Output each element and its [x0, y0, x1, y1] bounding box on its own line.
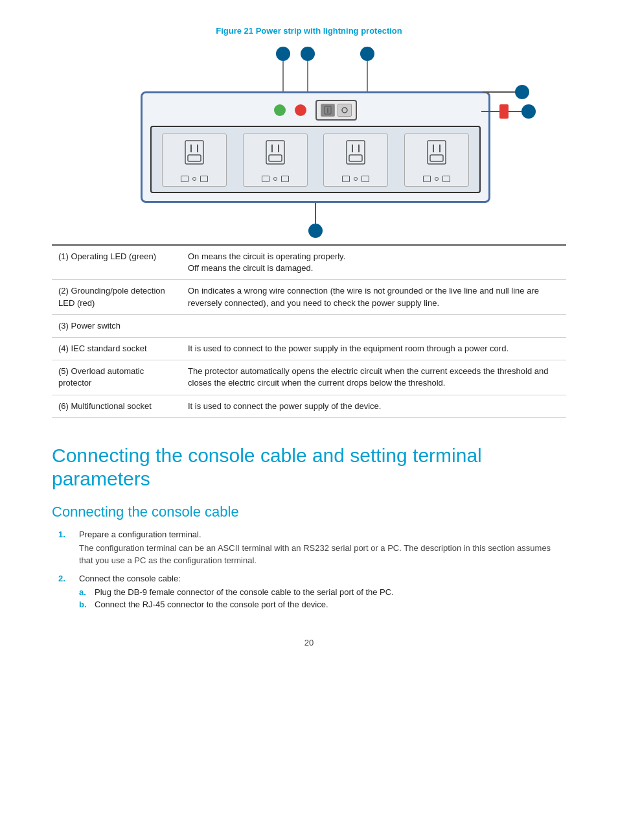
callout-line-right-1	[481, 111, 499, 112]
socket-icon-3	[343, 139, 369, 173]
ground-pin	[342, 176, 350, 182]
table-label-1: (1) Operating LED (green)	[52, 245, 181, 280]
blue-dot-right	[521, 104, 536, 119]
bottom-callout	[121, 203, 510, 238]
table-label-3: (3) Power switch	[52, 314, 181, 337]
sub-text-2-2: Connect the RJ-45 connector to the conso…	[95, 600, 328, 609]
table-row: (5) Overload automatic protectorThe prot…	[52, 360, 566, 395]
table-row: (6) Multifunctional socketIt is used to …	[52, 395, 566, 417]
right-callout	[481, 104, 536, 119]
svg-rect-16	[269, 155, 282, 161]
svg-point-1	[301, 47, 315, 61]
step-1: 1.Prepare a configuration terminal.The c…	[58, 530, 566, 567]
table-desc-4: It is used to connect to the power suppl…	[181, 337, 566, 360]
steps-list: 1.Prepare a configuration terminal.The c…	[58, 530, 566, 612]
socket-2	[243, 134, 308, 187]
socket-panel	[150, 126, 481, 193]
ground-pin	[281, 176, 289, 182]
socket-bottom-3	[342, 176, 369, 182]
step-2: 2.Connect the console cable:a.Plug the D…	[58, 574, 566, 612]
table-label-6: (6) Multifunctional socket	[52, 395, 181, 417]
power-strip-diagram	[52, 46, 566, 231]
step-number-1: 1.	[58, 530, 71, 539]
socket-dot	[354, 177, 358, 181]
callout-line-bottom	[315, 203, 316, 224]
table-desc-6: It is used to connect the power supply o…	[181, 395, 566, 417]
sub-text-2-1: Plug the DB-9 female connector of the co…	[95, 587, 394, 597]
blue-dot-bottom	[308, 224, 323, 238]
table-desc-2: On indicates a wrong wire connection (th…	[181, 280, 566, 314]
table-label-4: (4) IEC standard socket	[52, 337, 181, 360]
table-row: (2) Grounding/pole detection LED (red)On…	[52, 280, 566, 314]
sub-label-2-1: a.	[79, 587, 89, 597]
ground-pin	[361, 176, 369, 182]
step-content-1: Prepare a configuration terminal.The con…	[79, 530, 566, 567]
socket-icon-1	[181, 139, 207, 173]
ground-pin	[423, 176, 431, 182]
red-rect-callout	[499, 104, 509, 119]
svg-rect-24	[430, 155, 443, 161]
socket-4	[404, 134, 469, 187]
section-heading-1: Connecting the console cable and setting…	[52, 444, 566, 491]
page-number: 20	[52, 638, 566, 648]
ground-pin	[442, 176, 450, 182]
switch-btn-left	[321, 104, 335, 117]
socket-bottom-1	[181, 176, 208, 182]
table-desc-3	[181, 314, 566, 337]
socket-dot	[435, 177, 439, 181]
socket-icon-4	[424, 139, 450, 173]
sub-list-2: a.Plug the DB-9 female connector of the …	[79, 587, 566, 609]
power-strip-box	[141, 91, 490, 203]
callout-line-iec	[483, 91, 515, 93]
ground-pin	[262, 176, 269, 182]
sub-label-2-2: b.	[79, 600, 89, 609]
sub-item-2-2: b.Connect the RJ-45 connector to the con…	[79, 600, 566, 609]
switch-btn-right	[338, 104, 352, 117]
callout-lines-top	[134, 46, 484, 91]
step-number-2: 2.	[58, 574, 71, 583]
svg-point-2	[360, 47, 374, 61]
power-switch	[315, 100, 357, 121]
table-row: (4) IEC standard socketIt is used to con…	[52, 337, 566, 360]
red-led-indicator	[295, 104, 306, 116]
svg-rect-12	[188, 155, 201, 161]
step-desc-1: The configuration terminal can be an ASC…	[79, 542, 566, 567]
sub-item-2-1: a.Plug the DB-9 female connector of the …	[79, 587, 566, 597]
table-label-5: (5) Overload automatic protector	[52, 360, 181, 395]
svg-rect-20	[349, 155, 362, 161]
svg-point-8	[342, 108, 347, 113]
socket-dot	[273, 177, 277, 181]
blue-dot-iec	[515, 85, 529, 99]
socket-3	[323, 134, 388, 187]
figure-caption: Figure 21 Power strip with lightning pro…	[52, 26, 566, 36]
ground-pin	[200, 176, 208, 182]
component-table: (1) Operating LED (green)On means the ci…	[52, 244, 566, 418]
strip-top-panel	[150, 100, 481, 121]
socket-icon-2	[262, 139, 288, 173]
table-desc-5: The protector automatically opens the el…	[181, 360, 566, 395]
callout-line-right-2	[509, 111, 521, 112]
svg-point-0	[276, 47, 290, 61]
step-content-2: Connect the console cable:a.Plug the DB-…	[79, 574, 566, 612]
table-label-2: (2) Grounding/pole detection LED (red)	[52, 280, 181, 314]
table-desc-1: On means the circuit is operating proper…	[181, 245, 566, 280]
table-row: (1) Operating LED (green)On means the ci…	[52, 245, 566, 280]
section-heading-2: Connecting the console cable	[52, 504, 566, 520]
iec-callout	[483, 85, 529, 99]
socket-bottom-2	[262, 176, 289, 182]
ground-pin	[181, 176, 189, 182]
step-text-2: Connect the console cable:	[79, 574, 181, 583]
socket-bottom-4	[423, 176, 450, 182]
step-text-1: Prepare a configuration terminal.	[79, 530, 201, 539]
socket-1	[162, 134, 227, 187]
table-row: (3) Power switch	[52, 314, 566, 337]
socket-dot	[192, 177, 196, 181]
green-led-indicator	[274, 104, 286, 116]
